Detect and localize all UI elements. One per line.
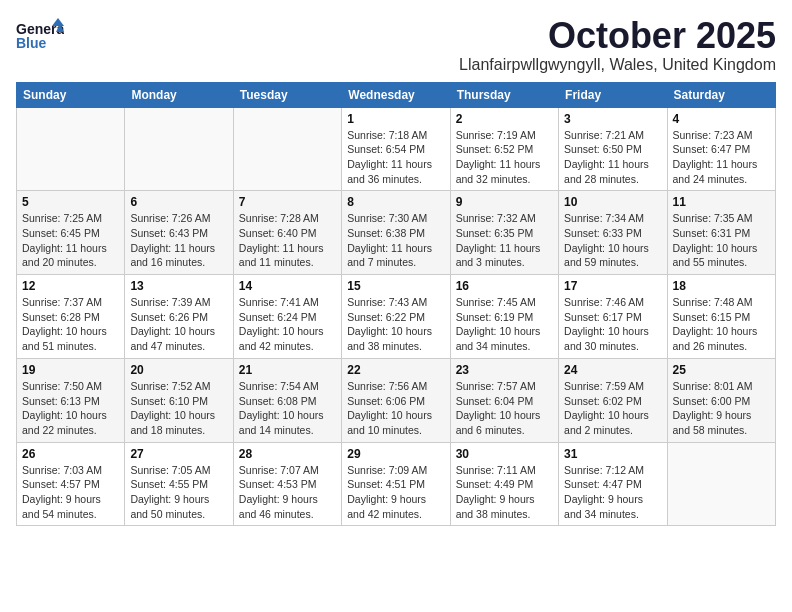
calendar-cell: 1Sunrise: 7:18 AM Sunset: 6:54 PM Daylig… bbox=[342, 107, 450, 191]
day-number: 3 bbox=[564, 112, 661, 126]
day-number: 29 bbox=[347, 447, 444, 461]
calendar-cell: 13Sunrise: 7:39 AM Sunset: 6:26 PM Dayli… bbox=[125, 275, 233, 359]
logo-icon: General Blue bbox=[16, 16, 64, 56]
calendar-cell: 7Sunrise: 7:28 AM Sunset: 6:40 PM Daylig… bbox=[233, 191, 341, 275]
day-info: Sunrise: 7:46 AM Sunset: 6:17 PM Dayligh… bbox=[564, 295, 661, 354]
day-info: Sunrise: 7:32 AM Sunset: 6:35 PM Dayligh… bbox=[456, 211, 553, 270]
weekday-header: Sunday bbox=[17, 82, 125, 107]
day-info: Sunrise: 7:34 AM Sunset: 6:33 PM Dayligh… bbox=[564, 211, 661, 270]
calendar-week-row: 26Sunrise: 7:03 AM Sunset: 4:57 PM Dayli… bbox=[17, 442, 776, 526]
day-info: Sunrise: 7:26 AM Sunset: 6:43 PM Dayligh… bbox=[130, 211, 227, 270]
day-info: Sunrise: 7:54 AM Sunset: 6:08 PM Dayligh… bbox=[239, 379, 336, 438]
day-number: 22 bbox=[347, 363, 444, 377]
calendar-week-row: 12Sunrise: 7:37 AM Sunset: 6:28 PM Dayli… bbox=[17, 275, 776, 359]
day-number: 2 bbox=[456, 112, 553, 126]
day-info: Sunrise: 7:39 AM Sunset: 6:26 PM Dayligh… bbox=[130, 295, 227, 354]
calendar-cell: 27Sunrise: 7:05 AM Sunset: 4:55 PM Dayli… bbox=[125, 442, 233, 526]
calendar-cell: 10Sunrise: 7:34 AM Sunset: 6:33 PM Dayli… bbox=[559, 191, 667, 275]
location-subtitle: Llanfairpwllgwyngyll, Wales, United King… bbox=[459, 56, 776, 74]
day-number: 12 bbox=[22, 279, 119, 293]
day-number: 20 bbox=[130, 363, 227, 377]
calendar-cell: 30Sunrise: 7:11 AM Sunset: 4:49 PM Dayli… bbox=[450, 442, 558, 526]
day-info: Sunrise: 7:23 AM Sunset: 6:47 PM Dayligh… bbox=[673, 128, 770, 187]
calendar-week-row: 1Sunrise: 7:18 AM Sunset: 6:54 PM Daylig… bbox=[17, 107, 776, 191]
day-info: Sunrise: 7:11 AM Sunset: 4:49 PM Dayligh… bbox=[456, 463, 553, 522]
day-number: 1 bbox=[347, 112, 444, 126]
weekday-header: Wednesday bbox=[342, 82, 450, 107]
calendar-cell: 16Sunrise: 7:45 AM Sunset: 6:19 PM Dayli… bbox=[450, 275, 558, 359]
day-number: 14 bbox=[239, 279, 336, 293]
calendar-cell bbox=[125, 107, 233, 191]
day-number: 4 bbox=[673, 112, 770, 126]
calendar-cell: 8Sunrise: 7:30 AM Sunset: 6:38 PM Daylig… bbox=[342, 191, 450, 275]
day-info: Sunrise: 7:45 AM Sunset: 6:19 PM Dayligh… bbox=[456, 295, 553, 354]
calendar-cell: 6Sunrise: 7:26 AM Sunset: 6:43 PM Daylig… bbox=[125, 191, 233, 275]
day-info: Sunrise: 7:25 AM Sunset: 6:45 PM Dayligh… bbox=[22, 211, 119, 270]
calendar-cell: 11Sunrise: 7:35 AM Sunset: 6:31 PM Dayli… bbox=[667, 191, 775, 275]
month-title: October 2025 bbox=[459, 16, 776, 56]
calendar-cell: 19Sunrise: 7:50 AM Sunset: 6:13 PM Dayli… bbox=[17, 358, 125, 442]
calendar-cell: 17Sunrise: 7:46 AM Sunset: 6:17 PM Dayli… bbox=[559, 275, 667, 359]
calendar-cell: 14Sunrise: 7:41 AM Sunset: 6:24 PM Dayli… bbox=[233, 275, 341, 359]
day-info: Sunrise: 7:03 AM Sunset: 4:57 PM Dayligh… bbox=[22, 463, 119, 522]
day-number: 28 bbox=[239, 447, 336, 461]
calendar-week-row: 19Sunrise: 7:50 AM Sunset: 6:13 PM Dayli… bbox=[17, 358, 776, 442]
day-number: 19 bbox=[22, 363, 119, 377]
day-number: 10 bbox=[564, 195, 661, 209]
day-info: Sunrise: 7:37 AM Sunset: 6:28 PM Dayligh… bbox=[22, 295, 119, 354]
calendar-cell bbox=[17, 107, 125, 191]
day-number: 5 bbox=[22, 195, 119, 209]
day-info: Sunrise: 7:21 AM Sunset: 6:50 PM Dayligh… bbox=[564, 128, 661, 187]
calendar-week-row: 5Sunrise: 7:25 AM Sunset: 6:45 PM Daylig… bbox=[17, 191, 776, 275]
calendar-header-row: SundayMondayTuesdayWednesdayThursdayFrid… bbox=[17, 82, 776, 107]
calendar-cell: 5Sunrise: 7:25 AM Sunset: 6:45 PM Daylig… bbox=[17, 191, 125, 275]
weekday-header: Monday bbox=[125, 82, 233, 107]
day-info: Sunrise: 7:56 AM Sunset: 6:06 PM Dayligh… bbox=[347, 379, 444, 438]
day-info: Sunrise: 7:35 AM Sunset: 6:31 PM Dayligh… bbox=[673, 211, 770, 270]
calendar-cell: 4Sunrise: 7:23 AM Sunset: 6:47 PM Daylig… bbox=[667, 107, 775, 191]
weekday-header: Thursday bbox=[450, 82, 558, 107]
day-number: 7 bbox=[239, 195, 336, 209]
day-number: 23 bbox=[456, 363, 553, 377]
day-info: Sunrise: 7:12 AM Sunset: 4:47 PM Dayligh… bbox=[564, 463, 661, 522]
day-info: Sunrise: 7:28 AM Sunset: 6:40 PM Dayligh… bbox=[239, 211, 336, 270]
calendar-cell: 9Sunrise: 7:32 AM Sunset: 6:35 PM Daylig… bbox=[450, 191, 558, 275]
calendar-table: SundayMondayTuesdayWednesdayThursdayFrid… bbox=[16, 82, 776, 527]
day-info: Sunrise: 7:50 AM Sunset: 6:13 PM Dayligh… bbox=[22, 379, 119, 438]
day-info: Sunrise: 7:30 AM Sunset: 6:38 PM Dayligh… bbox=[347, 211, 444, 270]
day-number: 13 bbox=[130, 279, 227, 293]
svg-text:Blue: Blue bbox=[16, 35, 47, 51]
calendar-cell: 24Sunrise: 7:59 AM Sunset: 6:02 PM Dayli… bbox=[559, 358, 667, 442]
day-info: Sunrise: 7:05 AM Sunset: 4:55 PM Dayligh… bbox=[130, 463, 227, 522]
page-header: General Blue October 2025 Llanfairpwllgw… bbox=[16, 16, 776, 74]
day-number: 30 bbox=[456, 447, 553, 461]
weekday-header: Saturday bbox=[667, 82, 775, 107]
calendar-cell: 23Sunrise: 7:57 AM Sunset: 6:04 PM Dayli… bbox=[450, 358, 558, 442]
day-number: 9 bbox=[456, 195, 553, 209]
day-number: 15 bbox=[347, 279, 444, 293]
day-number: 25 bbox=[673, 363, 770, 377]
calendar-cell: 20Sunrise: 7:52 AM Sunset: 6:10 PM Dayli… bbox=[125, 358, 233, 442]
day-info: Sunrise: 7:43 AM Sunset: 6:22 PM Dayligh… bbox=[347, 295, 444, 354]
day-info: Sunrise: 7:09 AM Sunset: 4:51 PM Dayligh… bbox=[347, 463, 444, 522]
day-info: Sunrise: 7:52 AM Sunset: 6:10 PM Dayligh… bbox=[130, 379, 227, 438]
day-info: Sunrise: 7:41 AM Sunset: 6:24 PM Dayligh… bbox=[239, 295, 336, 354]
calendar-cell: 29Sunrise: 7:09 AM Sunset: 4:51 PM Dayli… bbox=[342, 442, 450, 526]
day-info: Sunrise: 7:19 AM Sunset: 6:52 PM Dayligh… bbox=[456, 128, 553, 187]
day-number: 18 bbox=[673, 279, 770, 293]
day-number: 16 bbox=[456, 279, 553, 293]
calendar-cell: 25Sunrise: 8:01 AM Sunset: 6:00 PM Dayli… bbox=[667, 358, 775, 442]
day-info: Sunrise: 7:59 AM Sunset: 6:02 PM Dayligh… bbox=[564, 379, 661, 438]
calendar-cell: 26Sunrise: 7:03 AM Sunset: 4:57 PM Dayli… bbox=[17, 442, 125, 526]
calendar-cell: 3Sunrise: 7:21 AM Sunset: 6:50 PM Daylig… bbox=[559, 107, 667, 191]
day-number: 27 bbox=[130, 447, 227, 461]
calendar-cell: 2Sunrise: 7:19 AM Sunset: 6:52 PM Daylig… bbox=[450, 107, 558, 191]
day-info: Sunrise: 7:07 AM Sunset: 4:53 PM Dayligh… bbox=[239, 463, 336, 522]
calendar-cell: 21Sunrise: 7:54 AM Sunset: 6:08 PM Dayli… bbox=[233, 358, 341, 442]
weekday-header: Friday bbox=[559, 82, 667, 107]
day-number: 26 bbox=[22, 447, 119, 461]
calendar-cell: 12Sunrise: 7:37 AM Sunset: 6:28 PM Dayli… bbox=[17, 275, 125, 359]
calendar-cell: 18Sunrise: 7:48 AM Sunset: 6:15 PM Dayli… bbox=[667, 275, 775, 359]
calendar-cell: 22Sunrise: 7:56 AM Sunset: 6:06 PM Dayli… bbox=[342, 358, 450, 442]
calendar-cell bbox=[667, 442, 775, 526]
